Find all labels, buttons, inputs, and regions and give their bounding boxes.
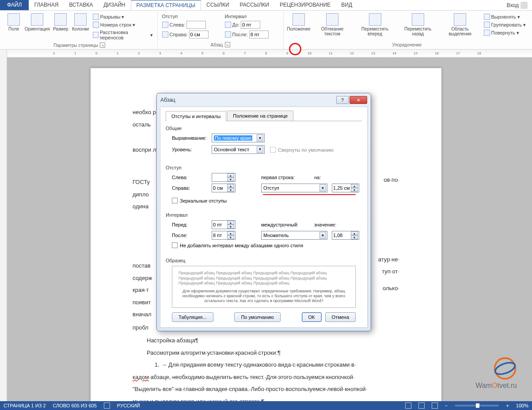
spin-up[interactable]: ▲	[227, 221, 234, 225]
watermark-text: WamOtvet.ru	[475, 382, 517, 390]
paragraph-dialog: Абзац ? ✕ Отступы и интервалы Положение …	[156, 93, 371, 331]
file-tab[interactable]: ФАЙЛ	[0, 0, 29, 10]
vertical-ruler[interactable]	[0, 57, 7, 401]
tab-references[interactable]: ССЫЛКИ	[201, 0, 234, 10]
tab-insert[interactable]: ВСТАВКА	[64, 0, 98, 10]
selection-pane-button[interactable]: Область выделения	[439, 12, 481, 42]
by-spin[interactable]: ▲▼	[332, 184, 359, 192]
cancel-button[interactable]: Отмена	[325, 312, 356, 322]
ruler-row: 210123456789101112131415161718	[0, 50, 532, 57]
wrap-text-button[interactable]: Обтекание текстом	[312, 12, 353, 42]
align-icon	[484, 14, 490, 20]
zoom-out[interactable]: −	[445, 403, 448, 408]
checkbox	[270, 147, 276, 153]
status-page[interactable]: СТРАНИЦА 1 ИЗ 2	[4, 403, 46, 408]
orientation-button[interactable]: Ориентация	[24, 12, 50, 42]
zoom-thumb[interactable]	[476, 403, 479, 408]
section-indent: Отступ	[166, 165, 362, 170]
indent-left-input[interactable]	[186, 21, 206, 29]
spacing-before-row: До:	[224, 20, 280, 29]
spin-up[interactable]: ▲	[227, 184, 234, 188]
tab-mailings[interactable]: РАССЫЛКИ	[235, 0, 274, 10]
orientation-icon	[31, 13, 43, 26]
checkbox[interactable]	[172, 242, 178, 248]
tabs-button[interactable]: Табуляция...	[172, 312, 213, 322]
tab-indents-spacing[interactable]: Отступы и интервалы	[166, 111, 226, 121]
indent-right-spin[interactable]: ▲▼	[212, 184, 236, 192]
group-page-label: Параметры страницы	[53, 43, 98, 48]
annotation-underline	[263, 194, 356, 195]
status-language[interactable]: РУССКИЙ	[117, 403, 140, 408]
status-words[interactable]: СЛОВО 605 ИЗ 605	[53, 403, 97, 408]
margins-button[interactable]: Поля	[4, 12, 23, 42]
size-button[interactable]: Размер	[51, 12, 70, 42]
hyphenation-button[interactable]: Расстановка переносов▾	[92, 29, 154, 41]
tab-line-page-breaks[interactable]: Положение на странице	[227, 111, 293, 121]
spin-down[interactable]: ▼	[351, 188, 358, 192]
line-numbers-icon	[93, 22, 99, 28]
group-objects-button[interactable]: Группировать▾	[483, 21, 527, 28]
at-spin[interactable]: ▲▼	[332, 231, 359, 240]
align-button[interactable]: Выровнять▾	[483, 13, 527, 20]
spin-down[interactable]: ▼	[227, 225, 234, 229]
group-paragraph: Отступ Слева: Справа: Интервал До: После…	[158, 11, 284, 49]
tab-home[interactable]: ГЛАВНАЯ	[29, 0, 64, 10]
read-mode-icon[interactable]	[405, 402, 411, 409]
spin-down[interactable]: ▼	[351, 235, 358, 239]
after-spin[interactable]: ▲▼	[212, 231, 236, 240]
line-spacing-select[interactable]: Множитель▼	[261, 231, 327, 240]
svg-point-0	[495, 358, 516, 379]
no-space-check[interactable]: Не добавлять интервал между абзацами одн…	[172, 242, 362, 248]
spin-down[interactable]: ▼	[227, 235, 234, 239]
position-button[interactable]: Положение	[286, 12, 312, 42]
columns-button[interactable]: Колонки	[71, 12, 90, 42]
spin-up[interactable]: ▲	[227, 231, 234, 235]
tab-review[interactable]: РЕЦЕНЗИРОВАНИЕ	[274, 0, 336, 10]
default-button[interactable]: По умолчанию	[234, 312, 280, 322]
send-backward-button[interactable]: Переместить назад	[397, 12, 438, 42]
indent-right-input[interactable]	[189, 31, 209, 38]
web-layout-icon[interactable]	[432, 402, 438, 409]
rotate-button[interactable]: Повернуть▾	[483, 29, 527, 36]
tab-design[interactable]: ДИЗАЙН	[98, 0, 130, 10]
paragraph-launcher[interactable]: ↘	[225, 42, 230, 47]
spin-up[interactable]: ▲	[351, 231, 358, 235]
spin-down[interactable]: ▼	[227, 177, 234, 181]
outline-level-select[interactable]: Основной текст▼	[212, 145, 265, 154]
spin-up[interactable]: ▲	[351, 184, 358, 188]
zoom-slider[interactable]	[455, 405, 499, 406]
zoom-in[interactable]: +	[506, 403, 509, 408]
spin-up[interactable]: ▲	[227, 173, 234, 177]
checkbox[interactable]	[172, 198, 178, 203]
spin-down[interactable]: ▼	[227, 188, 234, 192]
before-spin[interactable]: ▲▼	[212, 220, 236, 229]
zoom-level[interactable]: 100%	[516, 403, 528, 408]
login-button[interactable]: Вход	[502, 0, 532, 10]
breaks-button[interactable]: Разрывы▾	[92, 13, 154, 20]
indent-right-icon	[162, 31, 168, 38]
page-setup-launcher[interactable]: ↘	[100, 42, 105, 48]
line-numbers-button[interactable]: Номера строк▾	[92, 21, 154, 28]
alignment-select[interactable]: По левому краю▼	[212, 134, 265, 142]
collapsed-label: Свернуты по умолчанию	[278, 147, 334, 153]
tab-page-layout[interactable]: РАЗМЕТКА СТРАНИЦЫ	[131, 0, 201, 10]
login-label: Вход	[507, 2, 519, 8]
indent-left-spin[interactable]: ▲▼	[212, 173, 236, 182]
spellcheck-icon[interactable]	[104, 402, 110, 409]
indent-title: Отступ	[162, 14, 178, 19]
size-icon	[54, 13, 67, 26]
mirror-indents-check[interactable]: Зеркальные отступы	[172, 198, 362, 203]
bring-forward-button[interactable]: Переместить вперед	[353, 12, 397, 42]
first-line-select[interactable]: Отступ▼	[261, 184, 327, 192]
tab-view[interactable]: ВИД	[336, 0, 357, 10]
horizontal-ruler[interactable]: 210123456789101112131415161718	[7, 50, 532, 57]
dialog-titlebar[interactable]: Абзац ? ✕	[157, 93, 371, 107]
status-bar: СТРАНИЦА 1 ИЗ 2 СЛОВО 605 ИЗ 605 РУССКИЙ…	[0, 401, 532, 410]
spacing-before-input[interactable]	[241, 21, 260, 29]
ok-button[interactable]: ОК	[302, 312, 322, 322]
spacing-after-input[interactable]	[249, 31, 269, 38]
print-layout-icon[interactable]	[418, 402, 425, 409]
chevron-down-icon: ▼	[319, 232, 326, 239]
close-button[interactable]: ✕	[350, 96, 367, 104]
help-button[interactable]: ?	[336, 96, 349, 104]
